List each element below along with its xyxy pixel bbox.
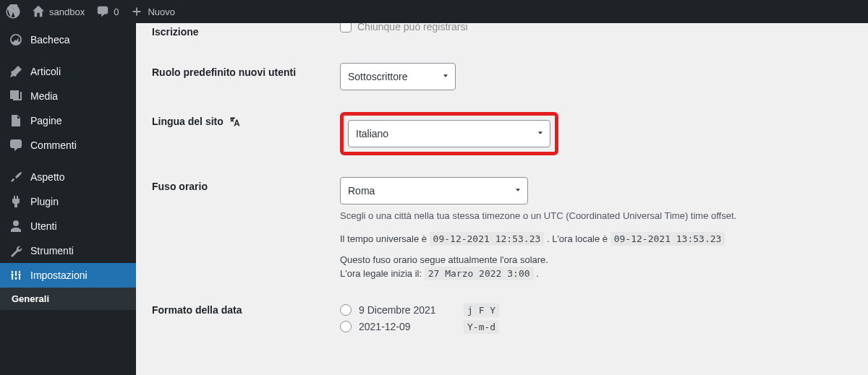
- sidebar-label: Utenti: [30, 220, 57, 232]
- timezone-label: Fuso orario: [152, 181, 208, 192]
- new-content-link[interactable]: Nuovo: [130, 5, 175, 18]
- home-icon: [32, 5, 45, 18]
- sidebar-label: Articoli: [30, 66, 61, 77]
- default-role-select[interactable]: Sottoscrittore: [340, 63, 456, 90]
- user-icon: [9, 219, 23, 233]
- date-format-example: 9 Dicembre 2021: [359, 304, 456, 316]
- date-format-token: Y-m-d: [464, 320, 499, 334]
- translate-icon: [229, 118, 241, 129]
- dashboard-icon: [9, 33, 23, 47]
- sidebar-label: Commenti: [30, 139, 77, 151]
- plugin-icon: [9, 194, 23, 209]
- sidebar-item-dashboard[interactable]: Bacheca: [0, 27, 136, 52]
- sidebar-item-settings[interactable]: Impostazioni: [0, 263, 136, 288]
- sidebar-sublabel: Generali: [12, 293, 49, 304]
- sidebar-item-posts[interactable]: Articoli: [0, 59, 136, 84]
- date-format-option-2[interactable]: 2021-12-09 Y-m-d: [340, 320, 845, 334]
- utc-time-value: 09-12-2021 12:53.23: [430, 232, 545, 246]
- settings-form-table: Iscrizione Chiunque può registrarsi Ruol…: [152, 23, 852, 348]
- site-name: sandbox: [49, 7, 85, 17]
- site-language-select[interactable]: Italiano: [348, 120, 550, 147]
- local-time-value: 09-12-2021 13:53.23: [610, 232, 726, 246]
- sliders-icon: [9, 268, 23, 283]
- comment-icon: [96, 5, 109, 18]
- sidebar-item-comments[interactable]: Commenti: [0, 133, 136, 158]
- radio-icon: [340, 321, 352, 332]
- pages-icon: [9, 113, 23, 128]
- date-format-label: Formato della data: [152, 304, 242, 316]
- settings-general-page: Iscrizione Chiunque può registrarsi Ruol…: [136, 23, 868, 375]
- wp-logo[interactable]: [6, 4, 20, 19]
- date-format-token: j F Y: [464, 303, 499, 317]
- dst-info-1: Questo fuso orario segue attualmente l'o…: [340, 254, 845, 265]
- pin-icon: [9, 64, 23, 79]
- wrench-icon: [9, 243, 23, 258]
- plus-icon: [130, 5, 143, 18]
- new-content-label: Nuovo: [148, 7, 175, 17]
- sidebar-label: Media: [30, 90, 58, 102]
- sidebar-label: Strumenti: [30, 245, 74, 257]
- site-link[interactable]: sandbox: [32, 5, 85, 18]
- radio-icon: [340, 304, 352, 316]
- sidebar-item-media[interactable]: Media: [0, 84, 136, 108]
- sidebar-item-users[interactable]: Utenti: [0, 214, 136, 238]
- sidebar-item-pages[interactable]: Pagine: [0, 108, 136, 133]
- comments-count: 0: [114, 7, 119, 17]
- subscription-checkbox-label: Chiunque può registrarsi: [357, 23, 468, 33]
- subscription-checkbox[interactable]: [340, 23, 352, 33]
- date-format-option-1[interactable]: 9 Dicembre 2021 j F Y: [340, 303, 845, 317]
- sidebar-item-appearance[interactable]: Aspetto: [0, 165, 136, 189]
- comments-link[interactable]: 0: [96, 5, 119, 18]
- utc-local-time: Il tempo universale è 09-12-2021 12:53.2…: [340, 233, 845, 244]
- wordpress-icon: [6, 4, 20, 19]
- sidebar-item-plugins[interactable]: Plugin: [0, 189, 136, 214]
- default-role-label: Ruolo predefinito nuovi utenti: [152, 66, 296, 78]
- sidebar-label: Impostazioni: [30, 270, 88, 281]
- sidebar-item-tools[interactable]: Strumenti: [0, 238, 136, 263]
- admin-sidebar: Bacheca Articoli Media Pagine Commenti A…: [0, 23, 136, 375]
- timezone-description: Scegli o una città nella tua stessa time…: [340, 209, 845, 223]
- media-icon: [9, 89, 23, 103]
- sidebar-label: Aspetto: [30, 171, 64, 183]
- sidebar-subitem-general[interactable]: Generali: [0, 288, 136, 310]
- site-language-label: Lingua del sito: [152, 116, 224, 127]
- brush-icon: [9, 170, 23, 184]
- dst-info-2: L'ora legale inizia il: 27 Marzo 2022 3:…: [340, 268, 845, 279]
- subscription-label: Iscrizione: [152, 26, 199, 38]
- date-format-example: 2021-12-09: [359, 321, 456, 332]
- sidebar-label: Pagine: [30, 115, 62, 126]
- admin-toolbar: sandbox 0 Nuovo: [0, 0, 868, 23]
- timezone-select[interactable]: Roma: [340, 177, 528, 204]
- language-highlight: Italiano: [340, 112, 558, 155]
- comment-icon: [9, 138, 23, 152]
- sidebar-label: Plugin: [30, 196, 59, 207]
- sidebar-label: Bacheca: [30, 34, 69, 46]
- dst-start-value: 27 Marzo 2022 3:00: [425, 267, 534, 280]
